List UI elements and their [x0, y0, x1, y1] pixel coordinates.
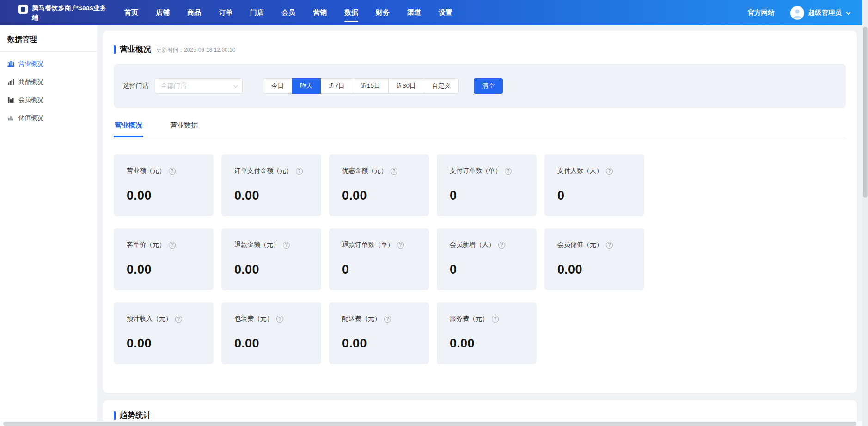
range-today-button[interactable]: 今日	[263, 78, 292, 94]
clear-button[interactable]: 清空	[474, 78, 503, 94]
nav-item-shop[interactable]: 店铺	[147, 0, 178, 25]
store-select[interactable]: 全部门店	[155, 78, 243, 94]
user-avatar-icon	[790, 6, 804, 20]
nav-item-goods[interactable]: 商品	[178, 0, 210, 25]
page-title: 营业概况	[120, 44, 151, 55]
stat-card-title: 优惠金额（元）	[342, 167, 387, 175]
sidebar-item-label: 营业概况	[18, 61, 43, 67]
sidebar-item-label: 会员概况	[18, 97, 43, 103]
stat-card-value: 0.00	[127, 336, 201, 351]
stat-card-title: 退款订单数（单）	[342, 241, 394, 249]
nav-item-marketing[interactable]: 营销	[304, 0, 336, 25]
help-icon[interactable]	[283, 242, 290, 249]
filter-bar: 选择门店 全部门店 今日 昨天 近7日 近15日 近30日 自定义 清空	[114, 64, 846, 108]
help-icon[interactable]	[397, 242, 404, 249]
stat-card-order-paid-amount: 订单支付金额（元） 0.00	[221, 154, 321, 216]
brand-logo-icon	[18, 5, 28, 14]
stat-card-avg-order-value: 客单价（元） 0.00	[114, 228, 214, 290]
stat-card-value: 0.00	[127, 189, 201, 203]
section-header: 营业概况 更新时间：2025-06-18 12:00:10	[114, 44, 846, 55]
stat-card-value: 0.00	[234, 262, 308, 277]
brand: 腾马餐饮多商户Saas业务端	[18, 3, 109, 22]
help-icon[interactable]	[498, 242, 505, 249]
user-name: 超级管理员	[808, 8, 842, 17]
range-custom-button[interactable]: 自定义	[424, 78, 459, 94]
vertical-scrollbar-thumb[interactable]	[863, 27, 868, 198]
nav-item-orders[interactable]: 订单	[210, 0, 241, 25]
stat-card-value: 0.00	[234, 336, 308, 351]
top-nav-menu: 首页 店铺 商品 订单 门店 会员 营销 数据 财务 渠道 设置	[116, 0, 461, 25]
update-time: 更新时间：2025-06-18 12:00:10	[156, 45, 235, 54]
stats-grid: 营业额（元） 0.00 订单支付金额（元） 0.00 优惠金额（元） 0.00 …	[114, 154, 846, 364]
stat-card-paid-orders: 支付订单数（单） 0	[437, 154, 537, 216]
nav-item-finance[interactable]: 财务	[367, 0, 398, 25]
range-yesterday-button[interactable]: 昨天	[292, 78, 321, 94]
official-site-link[interactable]: 官方网站	[748, 8, 775, 17]
nav-item-settings[interactable]: 设置	[430, 0, 461, 25]
range-7d-button[interactable]: 近7日	[320, 78, 353, 94]
stat-card-title: 服务费（元）	[450, 315, 489, 323]
horizontal-scrollbar[interactable]	[0, 421, 862, 426]
section-header: 趋势统计	[114, 410, 846, 420]
help-icon[interactable]	[606, 168, 613, 175]
stat-card-value: 0.00	[234, 189, 308, 203]
store-select-placeholder: 全部门店	[161, 82, 233, 90]
stat-card-title: 支付订单数（单）	[450, 167, 501, 175]
nav-item-home[interactable]: 首页	[116, 0, 147, 25]
help-icon[interactable]	[492, 316, 499, 323]
bar-chart-small-icon	[7, 114, 14, 121]
user-menu[interactable]: 超级管理员	[790, 6, 850, 20]
overview-tabs: 营业概况 营业数据	[114, 121, 846, 137]
stat-card-value: 0	[557, 189, 631, 203]
stat-card-expected-income: 预计收入（元） 0.00	[114, 302, 214, 364]
stat-card-refund-orders: 退款订单数（单） 0	[329, 228, 429, 290]
stat-card-discount-amount: 优惠金额（元） 0.00	[329, 154, 429, 216]
vertical-scrollbar[interactable]	[862, 0, 868, 426]
chevron-down-icon	[233, 83, 238, 88]
help-icon[interactable]	[296, 168, 303, 175]
help-icon[interactable]	[606, 242, 613, 249]
sidebar-item-business-overview[interactable]: 营业概况	[0, 55, 97, 73]
sidebar-item-label: 商品概况	[18, 79, 43, 85]
help-icon[interactable]	[384, 316, 391, 323]
stat-card-value: 0	[342, 262, 416, 277]
sidebar-item-member-overview[interactable]: 会员概况	[0, 91, 97, 109]
nav-item-channel[interactable]: 渠道	[398, 0, 430, 25]
stat-card-member-stored-value: 会员储值（元） 0.00	[544, 228, 644, 290]
help-icon[interactable]	[276, 316, 283, 323]
help-icon[interactable]	[505, 168, 512, 175]
stat-card-title: 会员新增（人）	[450, 241, 495, 249]
tab-business-overview[interactable]: 营业概况	[114, 121, 143, 137]
nav-item-stores[interactable]: 门店	[241, 0, 273, 25]
stat-card-title: 预计收入（元）	[127, 315, 172, 323]
section-accent-bar	[114, 45, 116, 54]
stat-card-title: 包装费（元）	[234, 315, 273, 323]
sidebar: 数据管理 营业概况 商品概况	[0, 25, 97, 426]
horizontal-scrollbar-thumb[interactable]	[3, 422, 856, 426]
topbar-right: 官方网站 超级管理员	[748, 6, 850, 20]
help-icon[interactable]	[391, 168, 397, 175]
update-time-value: 2025-06-18 12:00:10	[184, 47, 235, 53]
stat-card-value: 0.00	[450, 336, 524, 351]
stat-card-value: 0	[450, 262, 524, 277]
nav-item-data[interactable]: 数据	[336, 0, 367, 25]
update-time-label: 更新时间：	[156, 47, 184, 53]
sidebar-title: 数据管理	[0, 25, 97, 51]
stat-card-value: 0.00	[342, 189, 416, 203]
range-30d-button[interactable]: 近30日	[388, 78, 424, 94]
help-icon[interactable]	[175, 316, 182, 323]
section-accent-bar	[114, 411, 116, 420]
trend-section-title: 趋势统计	[120, 410, 151, 420]
sidebar-item-stored-value-overview[interactable]: 储值概况	[0, 109, 97, 127]
top-navbar: 腾马餐饮多商户Saas业务端 首页 店铺 商品 订单 门店 会员 营销 数据 财…	[0, 0, 862, 25]
tab-business-data[interactable]: 营业数据	[169, 121, 199, 137]
help-icon[interactable]	[169, 242, 176, 249]
business-overview-panel: 营业概况 更新时间：2025-06-18 12:00:10 选择门店 全部门店 …	[103, 31, 857, 393]
nav-item-members[interactable]: 会员	[273, 0, 304, 25]
stat-card-title: 退款金额（元）	[234, 241, 280, 249]
sidebar-divider	[0, 51, 97, 52]
bar-chart-outline-icon	[7, 60, 14, 67]
sidebar-item-goods-overview[interactable]: 商品概况	[0, 73, 97, 91]
help-icon[interactable]	[169, 168, 176, 175]
range-15d-button[interactable]: 近15日	[353, 78, 389, 94]
